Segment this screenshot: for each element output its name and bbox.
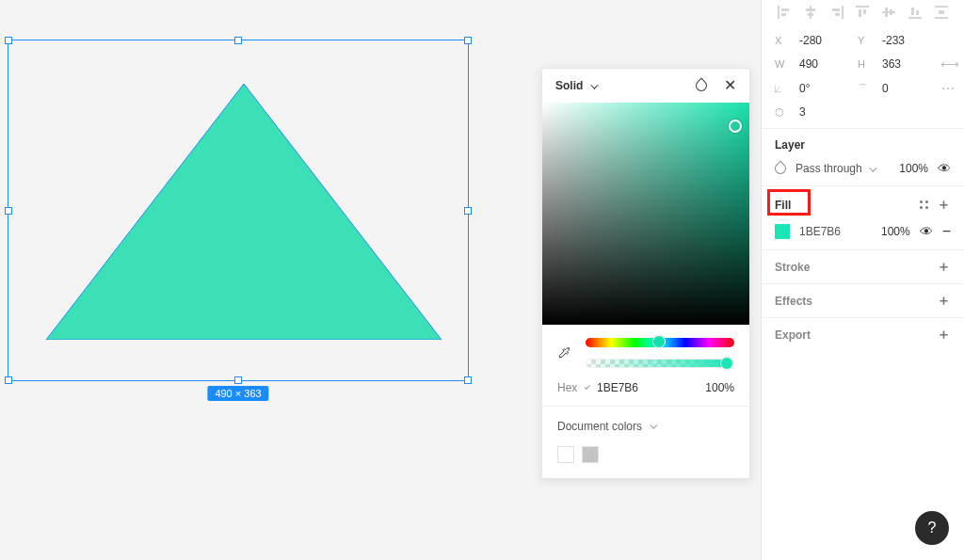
fill-type-dropdown[interactable]: Solid bbox=[555, 79, 596, 92]
height-input[interactable]: 363 bbox=[882, 57, 931, 71]
visibility-icon[interactable]: 👁 bbox=[920, 224, 933, 239]
export-section-title: Export bbox=[775, 328, 811, 342]
chevron-down-icon bbox=[650, 421, 657, 428]
help-button[interactable]: ? bbox=[915, 511, 949, 545]
add-fill-button[interactable]: ＋ bbox=[937, 196, 951, 214]
svg-rect-9 bbox=[835, 13, 840, 16]
x-input[interactable]: -280 bbox=[799, 34, 848, 47]
align-center-h-icon[interactable] bbox=[802, 4, 819, 21]
y-input[interactable]: -233 bbox=[882, 34, 931, 47]
align-right-icon[interactable] bbox=[828, 4, 845, 21]
hue-slider-thumb[interactable] bbox=[652, 335, 666, 348]
eyedropper-icon[interactable] bbox=[557, 345, 572, 360]
alignment-toolbar bbox=[762, 0, 964, 24]
swatch-white[interactable] bbox=[557, 446, 574, 463]
blend-mode-icon[interactable] bbox=[773, 161, 789, 177]
resize-handle-left-middle[interactable] bbox=[5, 207, 12, 215]
resize-handle-top-middle[interactable] bbox=[234, 37, 242, 44]
rotation-input[interactable]: 0° bbox=[799, 82, 848, 95]
align-bottom-icon[interactable] bbox=[907, 4, 924, 21]
align-left-icon[interactable] bbox=[776, 4, 793, 21]
chevron-down-icon bbox=[869, 164, 876, 171]
opacity-input[interactable]: 100% bbox=[689, 381, 734, 394]
close-icon[interactable]: ✕ bbox=[724, 78, 736, 93]
svg-marker-0 bbox=[46, 84, 442, 340]
document-colors-swatches bbox=[542, 446, 749, 478]
svg-rect-8 bbox=[832, 8, 840, 11]
svg-rect-4 bbox=[810, 6, 811, 19]
alpha-slider-thumb[interactable] bbox=[720, 357, 733, 370]
fill-hex-input[interactable]: 1BE7B6 bbox=[799, 225, 841, 238]
svg-rect-16 bbox=[908, 17, 922, 19]
blend-mode-label: Pass through bbox=[795, 162, 862, 175]
svg-rect-5 bbox=[806, 8, 815, 11]
polygon-sides-icon: ⬡ bbox=[775, 106, 790, 119]
align-top-icon[interactable] bbox=[854, 4, 871, 21]
saturation-value-handle[interactable] bbox=[729, 120, 742, 133]
color-model-dropdown[interactable]: Hex bbox=[557, 381, 587, 394]
chevron-down-icon bbox=[585, 384, 590, 390]
svg-rect-10 bbox=[856, 6, 869, 8]
svg-rect-1 bbox=[778, 6, 779, 19]
fill-opacity-input[interactable]: 100% bbox=[881, 225, 910, 238]
chevron-down-icon bbox=[590, 81, 598, 88]
svg-rect-20 bbox=[935, 17, 948, 19]
document-colors-label: Document colors bbox=[557, 420, 642, 433]
add-effect-button[interactable]: ＋ bbox=[937, 292, 951, 310]
corner-radius-input[interactable]: 0 bbox=[882, 82, 931, 95]
color-picker-popover: Solid ✕ Hex 1BE7B6 100% Docu bbox=[541, 68, 750, 479]
document-colors-dropdown[interactable]: Document colors bbox=[542, 406, 749, 446]
shape-triangle[interactable] bbox=[46, 84, 442, 340]
resize-handle-right-middle[interactable] bbox=[464, 207, 472, 215]
saturation-value-area[interactable] bbox=[542, 103, 749, 325]
more-options-icon[interactable]: ⋯ bbox=[940, 81, 956, 96]
alpha-slider[interactable] bbox=[586, 359, 734, 368]
polygon-sides-input[interactable]: 3 bbox=[799, 105, 848, 119]
w-label: W bbox=[775, 58, 790, 70]
svg-rect-18 bbox=[916, 10, 919, 15]
constrain-proportions-icon[interactable]: ⟷ bbox=[940, 56, 956, 72]
resize-handle-top-right[interactable] bbox=[464, 37, 472, 44]
width-input[interactable]: 490 bbox=[799, 57, 848, 71]
blend-mode-dropdown[interactable]: Pass through bbox=[795, 162, 875, 175]
inspector-panel: X -280 Y -233 W 490 H 363 ⟷ ⟀ 0° ⌒ 0 ⋯ ⬡… bbox=[761, 0, 964, 560]
resize-handle-top-left[interactable] bbox=[5, 37, 12, 44]
add-stroke-button[interactable]: ＋ bbox=[937, 258, 951, 276]
add-export-button[interactable]: ＋ bbox=[937, 326, 951, 344]
x-label: X bbox=[775, 35, 790, 46]
distribute-icon[interactable] bbox=[933, 4, 950, 21]
h-label: H bbox=[858, 58, 873, 70]
svg-rect-7 bbox=[842, 6, 844, 19]
blend-mode-icon[interactable] bbox=[694, 78, 710, 94]
svg-rect-14 bbox=[885, 8, 888, 17]
svg-rect-6 bbox=[808, 13, 813, 16]
visibility-icon[interactable]: 👁 bbox=[938, 161, 951, 176]
hue-slider[interactable] bbox=[586, 338, 734, 347]
fill-color-swatch[interactable] bbox=[775, 224, 790, 239]
selection-bounding-box[interactable]: 490 × 363 bbox=[8, 40, 469, 381]
svg-rect-19 bbox=[935, 6, 948, 8]
svg-rect-3 bbox=[781, 13, 786, 16]
svg-rect-11 bbox=[859, 9, 861, 17]
swatch-grey[interactable] bbox=[582, 446, 599, 463]
corner-radius-icon: ⌒ bbox=[858, 82, 873, 96]
svg-rect-12 bbox=[863, 9, 866, 14]
resize-handle-bottom-right[interactable] bbox=[464, 376, 472, 384]
svg-rect-17 bbox=[911, 8, 914, 15]
remove-fill-button[interactable]: − bbox=[942, 223, 951, 240]
resize-handle-bottom-left[interactable] bbox=[5, 376, 12, 384]
stroke-section-title: Stroke bbox=[775, 261, 810, 274]
rotation-icon: ⟀ bbox=[775, 83, 790, 94]
effects-section-title: Effects bbox=[775, 295, 812, 308]
fill-type-label: Solid bbox=[555, 79, 583, 92]
selection-dimensions-badge: 490 × 363 bbox=[207, 386, 268, 401]
svg-rect-15 bbox=[890, 9, 892, 15]
resize-handle-bottom-middle[interactable] bbox=[234, 376, 242, 384]
annotation-highlight bbox=[767, 189, 811, 216]
svg-rect-13 bbox=[882, 11, 895, 13]
align-center-v-icon[interactable] bbox=[880, 4, 897, 21]
svg-rect-21 bbox=[939, 10, 944, 14]
style-icon[interactable] bbox=[920, 200, 929, 210]
hex-input[interactable]: 1BE7B6 bbox=[597, 381, 680, 394]
layer-opacity-input[interactable]: 100% bbox=[899, 162, 928, 175]
